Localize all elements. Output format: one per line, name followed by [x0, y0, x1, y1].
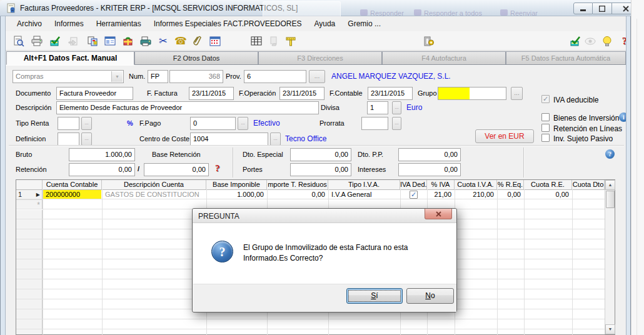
bruto-field[interactable]: 1.000,00 [69, 148, 135, 161]
cell-cuota-dto[interactable] [573, 190, 604, 200]
num-value-field: 368 [169, 70, 223, 83]
dialog-title: PREGUNTA [198, 212, 239, 221]
grid-col-cuenta: Cuenta Contable [43, 180, 102, 190]
definicion-lookup-button[interactable]: ... [81, 132, 92, 146]
cell-base[interactable]: 1.000,00 [207, 190, 266, 200]
centro-coste-name: Tecno Office [285, 134, 326, 143]
cell-p-req[interactable]: 0,00 [498, 190, 523, 200]
toolbar: ✂ ☎ ? [6, 31, 626, 51]
grid-col-p-iva: % IVA [427, 180, 455, 190]
ruler-icon[interactable] [283, 33, 299, 49]
divisa-lookup-button[interactable]: ... [392, 101, 401, 114]
cell-cuota-iva[interactable]: 210,00 [455, 190, 496, 200]
retencion-lineas-checkbox[interactable] [541, 124, 550, 132]
cell-cuota-re[interactable]: 0,00 [525, 190, 571, 200]
intereses-field[interactable]: 0,00 [398, 163, 461, 176]
retencion-field[interactable]: 0,00 [69, 163, 135, 176]
grupo-lookup-button[interactable]: ... [511, 87, 523, 100]
prov-field[interactable]: 6 [244, 70, 306, 83]
cell-cuenta[interactable]: 200000000 [43, 190, 101, 200]
menu-herramientas[interactable]: Herramientas [90, 17, 148, 31]
f-pago-name: Efectivo [253, 119, 280, 128]
intereses-label: Intereses [358, 166, 386, 173]
gift-icon[interactable] [120, 33, 136, 49]
menu-informes-especiales[interactable]: Informes Especiales FACT.PROVEEDORES [148, 17, 308, 31]
retencion-slash: / [138, 165, 139, 172]
yes-button[interactable]: Sí [346, 288, 403, 304]
base-retencion-field[interactable]: 0,00 [144, 163, 209, 176]
totals-help-icon[interactable]: ? [605, 149, 615, 159]
grid-vertical-scrollbar[interactable]: ▲ ▼ [605, 180, 615, 334]
bulb-icon[interactable] [599, 33, 615, 49]
menu-informes[interactable]: Informes [48, 17, 90, 31]
f-pago-field[interactable]: 0 [190, 117, 236, 130]
definicion-field[interactable] [58, 132, 79, 146]
inv-sujeto-pasivo-checkbox[interactable] [541, 134, 550, 142]
descripcion-field[interactable]: Elemento Desde Facturas de Proveedor [56, 101, 319, 114]
print-icon[interactable] [29, 33, 45, 49]
cell-p-iva[interactable]: 21,00 [428, 190, 454, 200]
window-border-right [626, 16, 631, 335]
copy-records-icon[interactable] [84, 33, 101, 49]
table-icon[interactable] [248, 33, 264, 49]
tab-otros-datos[interactable]: F2 Otros Datos [134, 51, 258, 65]
exit-icon[interactable] [421, 33, 437, 49]
phone-icon[interactable]: ☎ [173, 33, 189, 49]
grupo-field[interactable] [438, 87, 506, 100]
num-serie-field[interactable]: FP [148, 70, 168, 83]
save-check-icon[interactable] [47, 33, 63, 49]
fax-icon[interactable] [138, 33, 154, 49]
menu-gremio[interactable]: Gremio ... [341, 17, 387, 31]
tab-direcciones: F3 Direcciones [258, 51, 382, 65]
form-window-icon[interactable] [102, 33, 118, 49]
attach-icon[interactable] [189, 33, 206, 49]
bienes-inversion-checkbox[interactable] [541, 113, 550, 121]
prorrata-field[interactable] [361, 117, 388, 130]
dto-especial-field[interactable]: 0,00 [290, 148, 351, 161]
dialog-close-icon[interactable] [425, 209, 452, 219]
cell-iva-ded-checkbox[interactable]: ✓ [410, 191, 418, 199]
retencion-help-icon[interactable]: ? [215, 163, 220, 174]
window-title: Facturas Proveedores - KRITER ERP - [MCS… [20, 4, 298, 12]
maximize-button[interactable] [593, 2, 612, 14]
cell-residuos[interactable]: 0,00 [268, 190, 328, 200]
prorrata-lookup-button[interactable]: ... [392, 117, 401, 130]
centro-coste-lookup-button[interactable]: ... [270, 132, 281, 146]
f-contable-label: F.Contable [330, 89, 363, 97]
validate-icon[interactable] [567, 33, 583, 49]
cell-tipo-iva[interactable]: I.V.A General [329, 190, 400, 200]
calendar-icon[interactable] [207, 33, 223, 49]
dto-pp-field[interactable]: 0,00 [398, 148, 461, 161]
grid-column-line [572, 189, 573, 335]
prov-lookup-button[interactable]: ... [309, 70, 325, 83]
ver-en-eur-button[interactable]: Ver en EUR [475, 129, 534, 143]
menu-ayuda[interactable]: Ayuda [308, 17, 341, 31]
tab-strip: Alt+F1 Datos Fact. Manual F2 Otros Datos… [6, 51, 626, 66]
cut-icon[interactable]: ✂ [155, 33, 171, 49]
f-factura-field[interactable]: 23/11/2015 [189, 87, 234, 100]
scroll-up-icon[interactable]: ▲ [605, 180, 615, 190]
f-factura-label: F. Factura [147, 89, 178, 97]
ghost-window-fragment [263, 1, 341, 18]
menu-bar: Archivo Informes Herramientas Informes E… [6, 16, 626, 31]
centro-coste-field[interactable]: 1004 [190, 132, 268, 146]
cell-descripcion[interactable]: GASTOS DE CONSTITUCION [103, 190, 206, 200]
portes-field[interactable]: 0,00 [290, 163, 351, 176]
scroll-thumb[interactable] [606, 191, 615, 208]
scroll-down-icon[interactable]: ▼ [605, 324, 615, 334]
chevron-down-icon: ▼ [111, 71, 123, 82]
documento-field[interactable]: Factura Proveedor [56, 87, 133, 100]
tipo-renta-lookup-button[interactable]: ... [81, 117, 92, 130]
minimize-button[interactable] [573, 2, 593, 14]
no-button[interactable]: No [406, 288, 454, 304]
f-contable-field[interactable]: 23/11/2015 [368, 87, 413, 100]
pregunta-dialog: PREGUNTA ? El Grupo de Inmovilizado de e… [192, 208, 457, 312]
divisa-field[interactable]: 1 [367, 101, 388, 114]
preview-icon[interactable] [11, 33, 27, 49]
tab-datos-fact-manual[interactable]: Alt+F1 Datos Fact. Manual [6, 51, 134, 65]
menu-archivo[interactable]: Archivo [11, 17, 48, 31]
f-pago-lookup-button[interactable]: ... [238, 117, 248, 130]
title-bar: Facturas Proveedores - KRITER ERP - [MCS… [0, 0, 644, 16]
f-operacion-field[interactable]: 23/11/2015 [279, 87, 325, 100]
tipo-renta-field[interactable] [58, 117, 79, 130]
